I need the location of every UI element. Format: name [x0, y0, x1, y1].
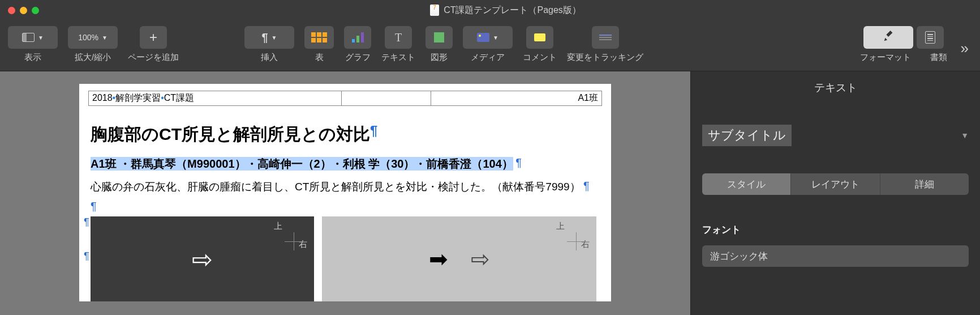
- paintbrush-icon: [882, 31, 895, 45]
- pilcrow-mark: ¶: [84, 216, 89, 228]
- media-icon: [477, 33, 489, 42]
- chevron-down-icon: ▼: [102, 35, 108, 41]
- chevron-down-icon: ▼: [272, 35, 277, 41]
- tab-style[interactable]: スタイル: [702, 173, 790, 195]
- tracking-group: 変更をトラッキング: [567, 26, 643, 63]
- comment-button[interactable]: [526, 26, 553, 49]
- page[interactable]: 2018•解剖学実習•CT課題 A1班 胸腹部のCT所見と解剖所見との対比¶ A…: [79, 84, 611, 301]
- view-button[interactable]: ▼: [8, 26, 58, 49]
- add-page-button[interactable]: +: [140, 26, 167, 49]
- paragraph-style-row[interactable]: サブタイトル ▼: [702, 125, 969, 146]
- header-task: CT課題: [164, 93, 194, 103]
- image-placeholder-dark[interactable]: ¶ ¶ 上 右 ⇨: [91, 216, 314, 301]
- media-button[interactable]: ▼: [463, 26, 513, 49]
- header-group: A1班: [578, 93, 598, 103]
- authors-line[interactable]: A1班 ・群馬真琴（M990001）・高崎伸一（2）・利根 学（30）・前橋香澄…: [91, 156, 600, 172]
- image-placeholder-light[interactable]: 上 右 ➡ ⇨: [322, 216, 596, 301]
- shape-label: 図形: [431, 52, 448, 63]
- toolbar: ▼ 表示 100% ▼ 拡大/縮小 + ページを追加 ¶ ▼ 挿入 表 グラ: [0, 20, 980, 71]
- document-body[interactable]: 胸腹部のCT所見と解剖所見との対比¶ A1班 ・群馬真琴（M990001）・高崎…: [88, 123, 602, 301]
- insert-label: 挿入: [261, 52, 278, 63]
- document-panel-icon: [925, 31, 935, 44]
- chart-button[interactable]: [344, 26, 371, 49]
- format-label: フォーマット: [860, 52, 911, 63]
- header-cell-mid[interactable]: [342, 91, 431, 106]
- authors-text: A1班 ・群馬真琴（M990001）・高崎伸一（2）・利根 学（30）・前橋香澄…: [91, 157, 513, 171]
- document-button[interactable]: [917, 26, 944, 49]
- titlebar: CT課題テンプレート（Pages版）: [0, 0, 980, 20]
- table-group: 表: [304, 26, 334, 63]
- document-icon: [430, 5, 439, 16]
- chevron-down-icon[interactable]: ▼: [961, 131, 969, 140]
- pilcrow-mark: ¶: [91, 200, 600, 213]
- orientation-up-label: 上: [274, 221, 282, 232]
- insert-button[interactable]: ¶ ▼: [244, 26, 294, 49]
- orientation-right-label: 右: [581, 239, 590, 250]
- view-group: ▼ 表示: [8, 26, 58, 63]
- arrow-outline-icon: ⇨: [192, 245, 213, 274]
- chart-label: グラフ: [345, 52, 371, 63]
- comment-icon: [534, 33, 545, 41]
- header-cell-left[interactable]: 2018•解剖学実習•CT課題: [88, 91, 342, 106]
- view-label: 表示: [24, 52, 41, 63]
- pilcrow-mark: ¶: [583, 180, 590, 192]
- inspector-title: テキスト: [702, 71, 969, 104]
- font-family-value: 游ゴシック体: [710, 250, 768, 263]
- zoom-group: 100% ▼ 拡大/縮小: [68, 26, 118, 63]
- chart-group: グラフ: [344, 26, 371, 63]
- chevron-down-icon: ▼: [493, 35, 498, 41]
- orientation-up-label: 上: [556, 221, 565, 232]
- zoom-button[interactable]: 100% ▼: [68, 26, 118, 49]
- tab-layout[interactable]: レイアウト: [790, 173, 879, 195]
- document-title-text: 胸腹部のCT所見と解剖所見との対比: [91, 125, 370, 143]
- shape-icon: [434, 32, 444, 42]
- pilcrow-mark: ¶: [84, 250, 89, 262]
- window-title-text: CT課題テンプレート（Pages版）: [444, 5, 581, 16]
- document-label: 書類: [930, 52, 947, 63]
- arrow-group: ➡ ⇨: [429, 246, 490, 272]
- format-button[interactable]: [863, 26, 913, 49]
- format-group: フォーマット 書類: [860, 26, 947, 63]
- arrow-outline-icon: ⇨: [471, 246, 490, 272]
- chevron-down-icon: ▼: [38, 35, 44, 41]
- paragraph-style-name: サブタイトル: [702, 125, 792, 146]
- table-icon: [311, 32, 327, 42]
- minimize-window-button[interactable]: [20, 7, 27, 14]
- font-section-label: フォント: [702, 223, 969, 236]
- view-icon: [22, 33, 35, 42]
- arrow-solid-icon: ➡: [429, 246, 448, 272]
- page-header-row: 2018•解剖学実習•CT課題 A1班: [88, 91, 602, 106]
- plus-icon: +: [149, 29, 157, 45]
- add-page-group: + ページを追加: [128, 26, 179, 63]
- text-button[interactable]: T: [385, 26, 412, 49]
- close-window-button[interactable]: [8, 7, 15, 14]
- header-course: 解剖学実習: [115, 93, 161, 103]
- inspector-panel: テキスト サブタイトル ▼ スタイル レイアウト 詳細 フォント 游ゴシック体: [690, 71, 980, 315]
- body-paragraph[interactable]: 心臓の弁の石灰化、肝臓の腫瘤に着目し、CT所見と解剖所見とを対比・検討した。（献…: [91, 180, 600, 194]
- toolbar-overflow-button[interactable]: »: [957, 40, 972, 57]
- table-button[interactable]: [304, 26, 334, 49]
- add-page-label: ページを追加: [128, 52, 179, 63]
- inspector-tabs: スタイル レイアウト 詳細: [702, 173, 969, 195]
- media-label: メディア: [471, 52, 505, 63]
- comment-group: コメント: [523, 26, 557, 63]
- zoom-value: 100%: [78, 33, 98, 42]
- font-family-select[interactable]: 游ゴシック体: [702, 245, 969, 267]
- traffic-lights: [8, 7, 39, 14]
- document-canvas[interactable]: 2018•解剖学実習•CT課題 A1班 胸腹部のCT所見と解剖所見との対比¶ A…: [0, 71, 690, 315]
- tracking-label: 変更をトラッキング: [567, 52, 643, 63]
- media-group: ▼ メディア: [463, 26, 513, 63]
- header-cell-right[interactable]: A1班: [431, 91, 602, 106]
- document-title[interactable]: 胸腹部のCT所見と解剖所見との対比¶: [91, 123, 600, 146]
- orientation-right-label: 右: [299, 239, 307, 250]
- zoom-window-button[interactable]: [32, 7, 39, 14]
- pilcrow-icon: ¶: [261, 31, 268, 44]
- shape-group: 図形: [425, 26, 453, 63]
- tracking-button[interactable]: [592, 26, 619, 49]
- text-group: T テキスト: [381, 26, 415, 63]
- shape-button[interactable]: [425, 26, 453, 49]
- window-title: CT課題テンプレート（Pages版）: [39, 5, 972, 16]
- tracking-icon: [599, 35, 612, 40]
- header-year: 2018: [92, 93, 113, 103]
- tab-detail[interactable]: 詳細: [880, 173, 969, 195]
